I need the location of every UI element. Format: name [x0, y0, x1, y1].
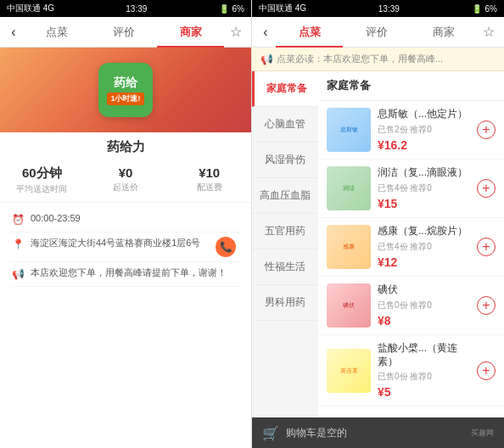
product-price-5: ¥5: [378, 385, 477, 399]
right-tab-review[interactable]: 评价: [343, 17, 410, 48]
right-status-right: 🔋 6%: [472, 4, 497, 14]
product-img-3: 感康: [327, 225, 371, 269]
product-img-4: 碘伏: [327, 283, 371, 328]
left-address-row: 📍 海淀区海淀大街44号蓝格赛商业楼1层6号 📞: [10, 232, 241, 262]
menu-body: 家庭常备 心脑血管 风湿骨伤 高血压血脂 五官用药 性福生活 男科用药 家庭常备…: [252, 71, 504, 417]
cart-bar[interactable]: 🛒 购物车是空的 买趣网: [252, 417, 504, 448]
right-battery-text: 6%: [485, 4, 497, 14]
left-tab-merchant[interactable]: 商家: [157, 17, 224, 48]
left-stat-delivery-value: ¥10: [167, 165, 251, 180]
clock-icon: ⏰: [10, 212, 25, 227]
category-item-6[interactable]: 性福生活: [252, 249, 318, 285]
product-add-button-2[interactable]: +: [477, 179, 496, 198]
left-shop-logo: 药给 1小时速!: [98, 63, 153, 117]
left-status-time: 13:39: [126, 4, 147, 14]
category-sidebar: 家庭常备 心脑血管 风湿骨伤 高血压血脂 五官用药 性福生活 男科用药: [252, 71, 318, 417]
phone-button[interactable]: 📞: [216, 237, 236, 257]
left-star-button[interactable]: ☆: [224, 24, 248, 40]
product-sold-1: 已售2份 推荐0: [378, 124, 477, 136]
announcement-text: 点菜必读：本店欢迎您下单，用餐高峰...: [277, 53, 443, 65]
right-tab-order[interactable]: 点菜: [276, 17, 343, 48]
left-hours-row: ⏰ 00:00-23:59: [10, 208, 241, 232]
announcement-bar: 📢 点菜必读：本店欢迎您下单，用餐高峰...: [252, 48, 504, 71]
left-tab-order[interactable]: 点菜: [24, 17, 91, 48]
product-info-5: 盐酸小檗...（黄连素） 已售0份 推荐0 ¥5: [378, 342, 477, 399]
med-img-yellow-5: 黄连素: [327, 349, 371, 393]
category-item-2[interactable]: 心脑血管: [252, 107, 318, 143]
right-status-bar: 中国联通 4G 13:39 🔋 6%: [252, 0, 504, 17]
product-item-3: 感康 感康（复...烷胺片） 已售4份 推荐0 ¥12 +: [318, 218, 504, 277]
speaker-icon: 📢: [10, 266, 25, 282]
left-battery-text: 6%: [232, 4, 244, 14]
left-logo-sub: 1小时速!: [107, 92, 143, 105]
right-star-button[interactable]: ☆: [477, 24, 501, 40]
product-price-1: ¥16.2: [378, 138, 477, 152]
left-shop-name: 药给力: [0, 132, 251, 159]
product-list: 家庭常备 息斯敏 息斯敏（...他定片） 已售2份 推荐0 ¥16.2 + 润洁: [318, 71, 504, 417]
product-price-3: ¥12: [378, 255, 477, 269]
product-add-button-3[interactable]: +: [477, 238, 496, 256]
left-stats-row: 60分钟 平均送达时间 ¥0 起送价 ¥10 配送费: [0, 159, 251, 203]
left-stat-delivery-label: 配送费: [167, 182, 251, 193]
category-item-5[interactable]: 五官用药: [252, 214, 318, 249]
category-item-4[interactable]: 高血压血脂: [252, 178, 318, 214]
product-sold-3: 已售4份 推荐0: [378, 241, 477, 253]
location-icon: 📍: [10, 237, 25, 252]
product-name-5: 盐酸小檗...（黄连素）: [378, 342, 477, 368]
left-status-carrier: 中国联通 4G: [7, 3, 54, 14]
left-info-section: ⏰ 00:00-23:59 📍 海淀区海淀大街44号蓝格赛商业楼1层6号 📞 📢…: [0, 203, 251, 448]
left-stat-min-value: ¥0: [84, 165, 168, 180]
left-stat-delivery: ¥10 配送费: [167, 165, 251, 195]
left-back-button[interactable]: ‹: [3, 17, 24, 48]
left-stat-time-value: 60分钟: [0, 165, 84, 182]
left-notice-text: 本店欢迎您下单，用餐高峰请提前下单，谢谢！: [31, 266, 241, 279]
product-info-4: 碘伏 已售0份 推荐0 ¥8: [378, 283, 477, 328]
right-tab-merchant[interactable]: 商家: [410, 17, 477, 48]
product-img-1: 息斯敏: [327, 108, 371, 152]
left-stat-time: 60分钟 平均送达时间: [0, 165, 84, 195]
product-name-4: 碘伏: [378, 283, 477, 297]
product-sold-5: 已售0份 推荐0: [378, 371, 477, 383]
left-hours-text: 00:00-23:59: [31, 212, 241, 225]
category-item-1[interactable]: 家庭常备: [252, 71, 318, 107]
left-tab-review[interactable]: 评价: [91, 17, 158, 48]
med-img-red-4: 碘伏: [327, 283, 371, 328]
left-notice-row: 📢 本店欢迎您下单，用餐高峰请提前下单，谢谢！: [10, 262, 241, 287]
right-panel: 中国联通 4G 13:39 🔋 6% ‹ 点菜 评价 商家 ☆ 📢 点菜必读：本…: [252, 0, 504, 448]
right-back-button[interactable]: ‹: [255, 17, 276, 48]
product-info-1: 息斯敏（...他定片） 已售2份 推荐0 ¥16.2: [378, 108, 477, 152]
cart-text: 购物车是空的: [286, 426, 471, 440]
left-carrier-text: 中国联通 4G: [7, 3, 54, 14]
category-item-7[interactable]: 男科用药: [252, 285, 318, 321]
left-hero: 药给 1小时速!: [0, 48, 251, 132]
product-item-2: 润洁 润洁（复...滴眼液） 已售4份 推荐0 ¥15 +: [318, 160, 504, 218]
med-img-blue-1: 息斯敏: [327, 108, 371, 152]
product-price-2: ¥15: [378, 197, 477, 210]
product-info-2: 润洁（复...滴眼液） 已售4份 推荐0 ¥15: [378, 166, 477, 210]
left-stat-min-label: 起送价: [84, 182, 168, 193]
right-carrier-text: 中国联通 4G: [259, 3, 306, 14]
med-img-green-2: 润洁: [327, 166, 371, 210]
left-status-bar: 中国联通 4G 13:39 🔋 6%: [0, 0, 251, 17]
product-item-5: 黄连素 盐酸小檗...（黄连素） 已售0份 推荐0 ¥5 +: [318, 335, 504, 406]
category-item-3[interactable]: 风湿骨伤: [252, 143, 318, 178]
announcement-icon: 📢: [260, 53, 273, 65]
product-name-3: 感康（复...烷胺片）: [378, 225, 477, 238]
product-item-4: 碘伏 碘伏 已售0份 推荐0 ¥8 +: [318, 277, 504, 335]
product-add-button-4[interactable]: +: [477, 296, 496, 315]
left-panel: 中国联通 4G 13:39 🔋 6% ‹ 点菜 评价 商家 ☆ 药给 1小时速!…: [0, 0, 252, 448]
left-status-right: 🔋 6%: [219, 4, 244, 14]
product-name-2: 润洁（复...滴眼液）: [378, 166, 477, 180]
product-add-button-1[interactable]: +: [477, 120, 496, 139]
product-item-1: 息斯敏 息斯敏（...他定片） 已售2份 推荐0 ¥16.2 +: [318, 101, 504, 160]
med-img-orange-3: 感康: [327, 225, 371, 269]
left-address-text: 海淀区海淀大街44号蓝格赛商业楼1层6号: [31, 237, 210, 249]
product-info-3: 感康（复...烷胺片） 已售4份 推荐0 ¥12: [378, 225, 477, 269]
product-add-button-5[interactable]: +: [477, 361, 496, 380]
product-img-5: 黄连素: [327, 349, 371, 393]
product-price-4: ¥8: [378, 314, 477, 328]
product-section-header: 家庭常备: [318, 71, 504, 101]
right-nav-tabs: ‹ 点菜 评价 商家 ☆: [252, 17, 504, 48]
left-stat-time-label: 平均送达时间: [0, 183, 84, 195]
product-sold-2: 已售4份 推荐0: [378, 182, 477, 194]
